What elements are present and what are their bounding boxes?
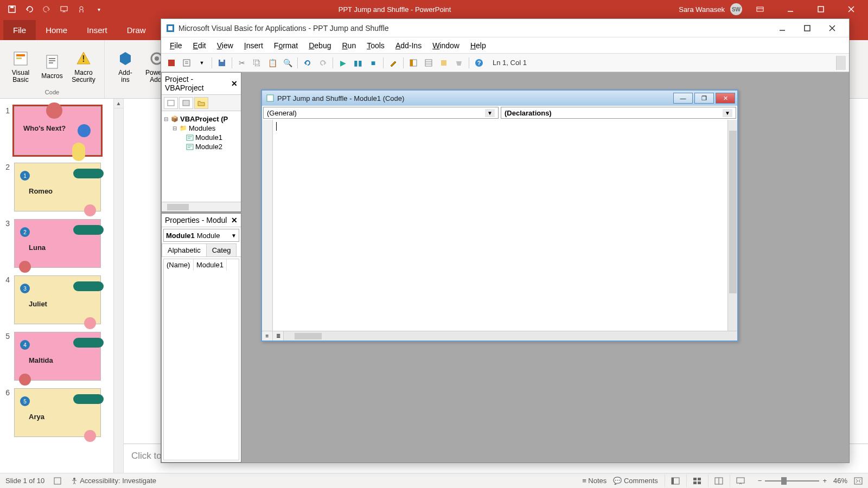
slide-thumbnail-item[interactable]: 3 2 Luna bbox=[0, 217, 123, 273]
full-module-view-icon[interactable]: ≣ bbox=[273, 331, 284, 341]
project-close-icon[interactable]: ✕ bbox=[231, 79, 238, 88]
project-explorer-icon[interactable] bbox=[406, 56, 420, 70]
close-icon[interactable] bbox=[839, 0, 864, 18]
object-browser-icon[interactable] bbox=[437, 56, 451, 70]
touch-mode-icon[interactable] bbox=[74, 2, 89, 17]
fit-window-icon[interactable] bbox=[854, 477, 863, 485]
slide-thumbnail[interactable]: 1 Romeo bbox=[14, 163, 101, 211]
comments-button[interactable]: 💬 Comments bbox=[613, 477, 658, 485]
undo-icon[interactable] bbox=[301, 56, 315, 70]
slide-thumbnail[interactable]: 2 Luna bbox=[14, 219, 101, 268]
slide-thumbnail[interactable]: 3 Juliet bbox=[14, 275, 101, 324]
code-minimize-icon[interactable]: — bbox=[673, 93, 693, 104]
view-code-icon[interactable] bbox=[164, 97, 178, 109]
tab-insert[interactable]: Insert bbox=[77, 20, 117, 40]
minimize-icon[interactable] bbox=[778, 0, 803, 18]
paste-icon[interactable]: 📋 bbox=[265, 56, 279, 70]
menu-debug[interactable]: Debug bbox=[303, 39, 336, 52]
tree-module2[interactable]: Module2 bbox=[164, 142, 239, 151]
macro-security-button[interactable]: ! Macro Security bbox=[68, 43, 99, 89]
menu-edit[interactable]: Edit bbox=[188, 39, 212, 52]
slide-thumbnail[interactable]: 5 Arya bbox=[14, 388, 101, 437]
properties-close-icon[interactable]: ✕ bbox=[231, 216, 238, 224]
slide-thumbnail-item[interactable]: 4 3 Juliet bbox=[0, 273, 123, 330]
slides-panel[interactable]: 1 Who's Next? 2 1 Romeo 3 2 Luna 4 bbox=[0, 99, 124, 473]
accessibility-status[interactable]: Accessibility: Investigate bbox=[71, 477, 156, 485]
toolbar-overflow[interactable] bbox=[836, 56, 846, 70]
visual-basic-button[interactable]: Visual Basic bbox=[5, 43, 36, 89]
procedure-view-icon[interactable]: ≡ bbox=[262, 331, 273, 341]
dropdown-icon[interactable]: ▼ bbox=[195, 56, 209, 70]
addins-button[interactable]: Add- ins bbox=[110, 43, 141, 89]
insert-module-icon[interactable] bbox=[180, 56, 194, 70]
menu-view[interactable]: View bbox=[212, 39, 239, 52]
resize-grip[interactable] bbox=[727, 331, 737, 341]
redo-icon[interactable] bbox=[316, 56, 330, 70]
menu-insert[interactable]: Insert bbox=[239, 39, 269, 52]
redo-icon[interactable] bbox=[39, 2, 54, 17]
notes-button[interactable]: ≡ Notes bbox=[582, 477, 607, 485]
slide-thumbnail-item[interactable]: 2 1 Romeo bbox=[0, 160, 123, 217]
slide-thumbnail[interactable]: 4 Maltida bbox=[14, 332, 101, 381]
scroll-up-icon[interactable]: ▲ bbox=[114, 99, 123, 108]
tree-module1[interactable]: Module1 bbox=[164, 133, 239, 142]
tree-modules-folder[interactable]: ⊟ 📁 Modules bbox=[164, 124, 239, 133]
menu-addins[interactable]: Add-Ins bbox=[390, 39, 427, 52]
slide-counter[interactable]: Slide 1 of 10 bbox=[5, 477, 44, 485]
menu-format[interactable]: Format bbox=[269, 39, 303, 52]
slide-thumbnail[interactable]: Who's Next? bbox=[14, 106, 101, 155]
spell-check-icon[interactable] bbox=[53, 477, 62, 485]
properties-tab-categorized[interactable]: Categ bbox=[206, 243, 237, 256]
menu-tools[interactable]: Tools bbox=[361, 39, 390, 52]
run-icon[interactable]: ▶ bbox=[336, 56, 350, 70]
maximize-icon[interactable] bbox=[808, 0, 833, 18]
reading-view-icon[interactable] bbox=[708, 474, 730, 487]
properties-tab-alphabetic[interactable]: Alphabetic bbox=[162, 243, 207, 256]
menu-run[interactable]: Run bbox=[336, 39, 361, 52]
cut-icon[interactable]: ✂ bbox=[235, 56, 249, 70]
prop-name-value[interactable]: Module1 bbox=[194, 259, 227, 271]
slideshow-view-icon[interactable] bbox=[730, 474, 751, 487]
tree-project-root[interactable]: ⊟ 📦 VBAProject (P bbox=[164, 114, 239, 124]
vba-close-icon[interactable] bbox=[820, 19, 845, 37]
tab-draw[interactable]: Draw bbox=[117, 20, 156, 40]
break-icon[interactable]: ▮▮ bbox=[351, 56, 365, 70]
vba-titlebar[interactable]: Microsoft Visual Basic for Applications … bbox=[161, 19, 849, 37]
undo-icon[interactable] bbox=[22, 2, 37, 17]
slides-scrollbar[interactable]: ▲ bbox=[113, 99, 123, 473]
save-icon[interactable] bbox=[4, 2, 20, 17]
toolbox-icon[interactable] bbox=[452, 56, 466, 70]
copy-icon[interactable]: ⿻ bbox=[250, 56, 264, 70]
qat-customize-icon[interactable]: ▾ bbox=[91, 2, 106, 17]
toggle-folders-icon[interactable] bbox=[194, 97, 208, 109]
properties-icon[interactable] bbox=[422, 56, 436, 70]
properties-grid[interactable]: (Name) Module1 bbox=[163, 259, 239, 460]
object-combo[interactable]: (General) ▼ bbox=[263, 107, 499, 119]
code-hscrollbar[interactable] bbox=[284, 331, 727, 341]
code-vscrollbar[interactable] bbox=[727, 120, 737, 331]
project-hscroll[interactable] bbox=[162, 202, 241, 211]
present-icon[interactable] bbox=[56, 2, 72, 17]
user-avatar[interactable]: SW bbox=[730, 3, 742, 15]
normal-view-icon[interactable] bbox=[665, 474, 686, 487]
code-titlebar[interactable]: PPT Jump and Shuffle - Module1 (Code) — … bbox=[262, 91, 737, 106]
menu-file[interactable]: File bbox=[164, 39, 188, 52]
help-icon[interactable]: ? bbox=[472, 56, 486, 70]
code-close-icon[interactable]: ✕ bbox=[716, 93, 735, 104]
procedure-combo[interactable]: (Declarations) ▼ bbox=[501, 107, 736, 119]
ribbon-display-icon[interactable] bbox=[748, 0, 773, 18]
view-ppt-icon[interactable] bbox=[164, 56, 178, 70]
find-icon[interactable]: 🔍 bbox=[280, 56, 295, 70]
reset-icon[interactable]: ■ bbox=[366, 56, 380, 70]
view-object-icon[interactable] bbox=[179, 97, 193, 109]
zoom-slider[interactable]: − + bbox=[758, 477, 827, 485]
zoom-in-icon[interactable]: + bbox=[822, 477, 827, 485]
save-icon[interactable] bbox=[215, 56, 229, 70]
zoom-percent[interactable]: 46% bbox=[833, 477, 847, 485]
tab-home[interactable]: Home bbox=[36, 20, 77, 40]
tab-file[interactable]: File bbox=[3, 20, 36, 40]
design-mode-icon[interactable] bbox=[386, 56, 400, 70]
slide-thumbnail-item[interactable]: 6 5 Arya bbox=[0, 386, 123, 442]
code-editor[interactable] bbox=[273, 120, 727, 331]
macros-button[interactable]: Macros bbox=[37, 43, 67, 89]
